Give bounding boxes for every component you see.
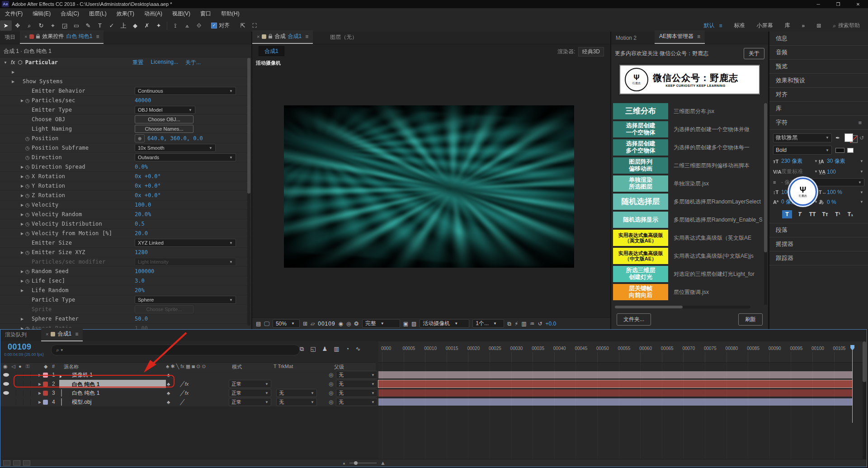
script-run-button-1[interactable]: 选择层创建一个空物体	[613, 121, 668, 137]
twirl-icon[interactable]: ▶	[21, 317, 25, 321]
twirl-icon[interactable]: ▶	[38, 373, 41, 377]
layer-label-chip[interactable]	[43, 391, 48, 396]
script-run-button-2[interactable]: 选择层创建多个空物体	[613, 139, 668, 156]
swap-colors-icon[interactable]	[835, 148, 844, 153]
layer-row[interactable]: ▶2白色 纯色 1♣╱ fx正常▼◎无▼	[0, 379, 376, 389]
effect-property-row[interactable]: Particle TypeSphere▼	[0, 295, 251, 305]
menu-item[interactable]: 动画(A)	[139, 10, 167, 18]
renderer-control[interactable]: 渲染器:经典3D	[557, 47, 604, 57]
tab-composition[interactable]: × 合成 合成1 ≡	[252, 30, 313, 44]
panel-header-效果和预设[interactable]: 效果和预设	[769, 74, 868, 88]
layer-label-chip[interactable]	[43, 400, 48, 405]
effect-property-row[interactable]: ▶◷Random Seed100000	[0, 267, 251, 276]
layer-duration-bar[interactable]	[378, 371, 852, 378]
layer-label-chip[interactable]	[43, 382, 48, 387]
effect-property-row[interactable]: Emitter BehaviorContinuous▼	[0, 86, 251, 96]
comp-tool-icon-3[interactable]: ♒	[530, 321, 535, 327]
timeline-toggle-icon-5[interactable]: ∿	[355, 345, 360, 353]
zoom-level-select[interactable]: 50%▼	[273, 319, 300, 328]
stopwatch-icon[interactable]: ◷	[25, 155, 32, 161]
property-dropdown[interactable]: 10x Smooth▼	[135, 144, 216, 152]
parent-pickwhip-icon[interactable]: ◎	[329, 381, 333, 387]
font-family-select[interactable]: 微软雅黑▼	[773, 133, 832, 142]
twirl-icon[interactable]: ▶	[12, 70, 16, 74]
effect-property-row[interactable]: ▶Life Random20%	[0, 286, 251, 295]
parent-pickwhip-icon[interactable]: ◎	[329, 390, 333, 396]
eraser-tool[interactable]: ◆	[129, 20, 141, 31]
parent-select[interactable]: 无▼	[336, 389, 377, 397]
type-tool[interactable]: T	[94, 20, 106, 31]
grid-guide-icon-0[interactable]: ⊞	[303, 321, 307, 327]
faux-style-3[interactable]: Tт	[820, 210, 830, 218]
parent-pickwhip-icon[interactable]: ◎	[329, 399, 333, 405]
panel-header-预览[interactable]: 预览	[769, 60, 868, 74]
axis-mode-tool-0[interactable]: ⟟	[170, 20, 181, 31]
shy-switch-icon[interactable]: ♣	[167, 390, 170, 396]
twirl-icon[interactable]: ▶	[21, 99, 25, 103]
maximize-button[interactable]: ❐	[828, 0, 848, 8]
tab-effect-controls[interactable]: × 效果控件 白色 纯色1 ≡	[20, 30, 104, 44]
comp-tool-icon-0[interactable]: ⧉	[507, 321, 511, 327]
layer-label-chip[interactable]	[43, 373, 48, 378]
default-colors-icon[interactable]	[847, 148, 854, 153]
fx-switch-icon[interactable]: ╱ fx	[180, 381, 189, 387]
playhead[interactable]	[852, 345, 853, 423]
layer-duration-bar[interactable]	[378, 398, 852, 406]
workspace-库[interactable]: 库	[785, 22, 790, 29]
layer-duration-bar[interactable]	[378, 389, 852, 397]
stopwatch-icon[interactable]: ◷	[25, 278, 32, 284]
effect-property-row[interactable]: ◷DirectionOutwards▼	[0, 153, 251, 162]
panel-header-摇摆器[interactable]: 摇摆器	[769, 237, 868, 251]
stopwatch-icon[interactable]: ◷	[25, 212, 32, 217]
property-value[interactable]: 20%	[135, 287, 145, 293]
scrollbar[interactable]	[863, 341, 866, 460]
stopwatch-icon[interactable]: ◷	[25, 174, 32, 180]
property-value[interactable]: 0x +0.0°	[135, 173, 161, 180]
menu-item[interactable]: 窗口	[195, 10, 216, 18]
effect-property-row[interactable]: ▶◷Velocity from Motion [%]20.0	[0, 229, 251, 238]
panel-header-库[interactable]: 库	[769, 102, 868, 116]
font-size-field[interactable]: тT 230 像素▼	[773, 157, 819, 165]
property-dropdown[interactable]: XYZ Linked▼	[135, 239, 236, 247]
tab-timeline-comp[interactable]: × 合成1 ≡	[41, 328, 83, 341]
twirl-icon[interactable]: ▶	[38, 391, 41, 395]
layer-row[interactable]: ▶4模型.obj♣╱正常▼无▼◎无▼	[0, 397, 376, 407]
resolution-select[interactable]: 完整▼	[362, 319, 400, 328]
zoom-tool[interactable]: ⌕	[24, 20, 35, 31]
stopwatch-icon[interactable]: ◷	[25, 164, 32, 170]
panel-header-段落[interactable]: 段落	[769, 223, 868, 237]
effect-property-row[interactable]: ◷Position Subframe10x Smooth▼	[0, 143, 251, 153]
shape-tool[interactable]: ▭	[71, 20, 82, 31]
panel-header-character[interactable]: 字符 ≡	[769, 116, 868, 130]
menu-item[interactable]: 图层(L)	[84, 10, 112, 18]
twirl-icon[interactable]: ▶	[38, 382, 41, 386]
selected-layer-name[interactable]: 白色 纯色 1	[59, 380, 166, 388]
property-dropdown[interactable]: Outwards▼	[135, 153, 236, 161]
layer-row[interactable]: ▶3白色 纯色 1♣╱ fx正常▼无▼◎无▼	[0, 388, 376, 398]
effect-property-row[interactable]: ▶◷Life [sec]3.0	[0, 276, 251, 286]
tab-layer[interactable]: 图层（无）	[326, 31, 362, 44]
mode-select[interactable]: 正常▼	[229, 398, 271, 406]
timeline-toggle-icon-1[interactable]: ◱	[310, 345, 316, 353]
anchor-target-icon[interactable]: ⊕	[135, 134, 145, 142]
menu-item[interactable]: 编辑(E)	[28, 10, 56, 18]
stopwatch-icon[interactable]: ◷	[25, 136, 32, 142]
faux-style-0[interactable]: T	[782, 210, 792, 218]
property-value[interactable]: 0.5	[135, 221, 145, 227]
parent-pickwhip-icon[interactable]: ◎	[329, 372, 333, 378]
close-button[interactable]: ✕	[848, 0, 868, 8]
twirl-icon[interactable]: ▶	[21, 213, 25, 217]
view-layout-select[interactable]: 1个...▼	[472, 319, 504, 328]
comp-tool-icon-1[interactable]: ⚡	[514, 321, 518, 327]
property-button[interactable]: Choose OBJ...	[135, 115, 193, 123]
panel-header-信息[interactable]: 信息	[769, 32, 868, 46]
tab-close-icon[interactable]: ×	[257, 34, 259, 39]
script-run-button-10[interactable]: 层关键帧向前向后	[613, 284, 668, 300]
selection-tool[interactable]: ➤	[0, 20, 12, 31]
effect-property-row[interactable]: ▶◷Velocity Distribution0.5	[0, 219, 251, 229]
trkmat-select[interactable]: 无▼	[276, 398, 317, 406]
effect-property-row[interactable]: Particles/sec modifierLight Intensity▼	[0, 257, 251, 267]
stopwatch-icon[interactable]: ◷	[25, 269, 32, 274]
expand-layer-switches-icon[interactable]	[3, 460, 10, 466]
effect-property-row[interactable]: ▶◷Particles/sec40000	[0, 96, 251, 105]
